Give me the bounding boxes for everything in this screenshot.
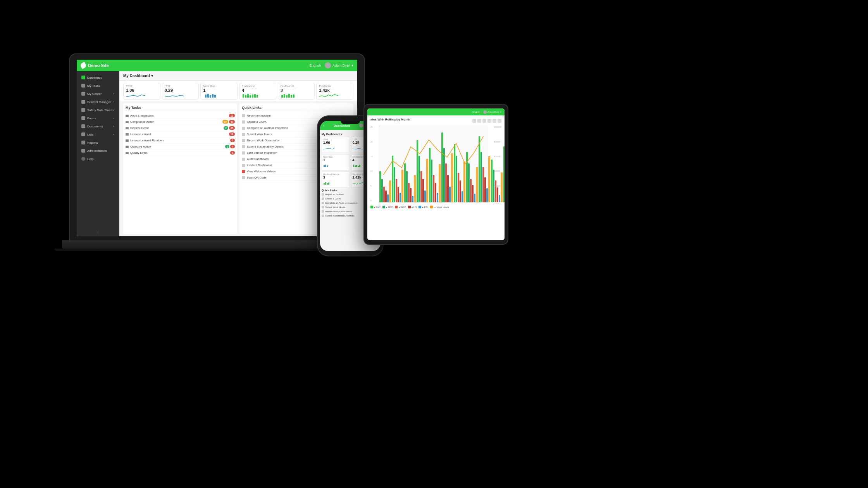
- phone-doc-icon: [322, 198, 324, 200]
- y-right-0: 0: [494, 199, 501, 202]
- language-selector[interactable]: English: [309, 64, 321, 67]
- badge-quality: 5: [230, 151, 235, 155]
- sidebar-item-administration[interactable]: Administration: [78, 147, 118, 155]
- flag-icon: [126, 133, 129, 136]
- legend-workhours: — Work Hours: [430, 206, 449, 208]
- tablet-toolbar-buttons: [472, 119, 501, 123]
- flag-icon: [126, 146, 129, 148]
- phone-doc-icon: [322, 206, 324, 208]
- chart-bar: [503, 146, 505, 202]
- task-row-quality[interactable]: Quality Event 5: [126, 150, 235, 156]
- task-row-objective[interactable]: Objective Action 2 4: [126, 144, 235, 150]
- chart-bar: [429, 148, 431, 202]
- toolbar-btn-5[interactable]: [493, 119, 496, 123]
- help-icon: [81, 157, 85, 161]
- toolbar-btn-6[interactable]: [498, 119, 501, 123]
- doc-icon: [242, 114, 245, 117]
- phone-back-button[interactable]: ‹: [323, 124, 324, 128]
- ql-text-videos: View Welcome Videos: [247, 170, 276, 173]
- doc-icon: [242, 127, 245, 130]
- ql-text-sustainability: Submit Sustainability Details: [247, 145, 284, 148]
- svg-rect-27: [325, 182, 326, 185]
- dashboard-title[interactable]: My Dashboard ▾: [123, 74, 153, 78]
- toolbar-btn-2[interactable]: [477, 119, 481, 123]
- sidebar-item-contact-manager[interactable]: Contact Manager: [78, 98, 118, 106]
- svg-rect-17: [293, 95, 294, 98]
- phone-ql-text-3: Complete an Audit or Inspection: [325, 202, 358, 204]
- stat-elec-value: 1.42k: [319, 88, 351, 93]
- chart-icon: [242, 164, 245, 167]
- ql-text-submit-hours: Submit Work Hours: [247, 132, 272, 136]
- task-row-compliance[interactable]: Compliance Action 10 47: [126, 119, 235, 125]
- task-row-lesson-learned[interactable]: Lesson Learned 18: [126, 131, 235, 137]
- ql-text-vehicle: Start Vehicle Inspection: [247, 151, 277, 155]
- svg-rect-26: [324, 183, 325, 185]
- sidebar-item-help[interactable]: Help: [78, 155, 118, 163]
- chart-bar-workhours: [389, 180, 391, 202]
- leaf-icon: [79, 62, 87, 69]
- stat-ltir: LTIR 0.29: [162, 83, 199, 100]
- chart-bar-group: [503, 146, 505, 202]
- chart-bar: [480, 152, 482, 202]
- tablet-avatar: [483, 110, 487, 114]
- sidebar-item-my-tasks[interactable]: My Tasks: [78, 82, 118, 89]
- legend-mtc-dot: [382, 206, 385, 208]
- sidebar-item-lists[interactable]: Lists: [78, 131, 118, 138]
- chart-bar: [491, 160, 493, 202]
- svg-rect-21: [353, 165, 354, 167]
- badge-compliance-2: 47: [229, 120, 235, 124]
- tablet-user-menu[interactable]: Adam Dyer ▾: [483, 110, 501, 114]
- chart-bar-workhours: [488, 156, 490, 202]
- svg-rect-18: [324, 165, 325, 167]
- toolbar-btn-1[interactable]: [472, 119, 476, 123]
- stat-onroad-label: On-Road V...: [281, 85, 312, 88]
- sidebar-item-reports[interactable]: Reports: [78, 139, 118, 146]
- chart-y-axis-right: 1000000 800000 600000 400000 200000 0: [494, 125, 501, 203]
- ql-text-record-obs: Record Work Observation: [247, 139, 280, 142]
- chart-bar: [379, 171, 381, 202]
- sidebar-item-my-career[interactable]: My Career: [78, 90, 118, 98]
- legend-fac-dot: [370, 206, 373, 208]
- admin-icon: [81, 149, 85, 153]
- task-row-audit[interactable]: Audit & Inspection 12: [126, 113, 235, 119]
- legend-lti-dot: [408, 206, 411, 208]
- task-name-quality: Quality Event: [130, 151, 229, 155]
- phone-ql-text-4: Submit Work Hours: [325, 206, 345, 208]
- quicklinks-panel-title: Quick Links: [242, 106, 351, 111]
- task-name-incident: Incident Event: [130, 126, 222, 130]
- toolbar-btn-3[interactable]: [482, 119, 486, 123]
- chart-bar-group: [479, 136, 490, 202]
- sidebar-label-administration: Administration: [87, 149, 107, 153]
- chart-bar: [437, 193, 438, 202]
- user-menu[interactable]: Adam Dyer ▾: [325, 62, 353, 69]
- task-name-objective: Objective Action: [130, 145, 224, 148]
- badge-incident-1: 2: [224, 126, 228, 130]
- chart-bar: [484, 177, 486, 202]
- sidebar-item-dashboard[interactable]: Dashboard: [78, 74, 118, 81]
- sidebar-item-safety-data[interactable]: Safety Data Sheets: [78, 106, 118, 114]
- contacts-icon: [81, 100, 85, 104]
- tablet-language-selector[interactable]: English: [472, 111, 480, 113]
- phone-ql-text-2: Create a CAPA: [325, 198, 341, 200]
- phone-ql-text-5: Record Work Observation: [325, 210, 352, 213]
- flag-icon: [126, 127, 129, 129]
- tablet-topbar: English Adam Dyer ▾: [367, 108, 505, 115]
- chart-bar: [435, 183, 436, 202]
- sidebar-label-safety-data: Safety Data Sheets: [87, 108, 114, 112]
- sidebar: Dashboard My Tasks My Career Contac: [77, 71, 119, 236]
- stat-env-value: 4: [242, 88, 274, 93]
- chart-bars-area: [379, 125, 488, 203]
- toolbar-btn-4[interactable]: [487, 119, 491, 123]
- sidebar-item-forms[interactable]: Forms: [78, 114, 118, 122]
- task-row-lesson-rundown[interactable]: Lesson Learned Rundown 1: [126, 137, 235, 144]
- svg-rect-8: [250, 95, 251, 98]
- chart-bar-workhours: [439, 164, 441, 202]
- task-row-incident[interactable]: Incident Event 2 25: [126, 125, 235, 131]
- svg-rect-7: [247, 94, 249, 98]
- tablet-chart-title: ates With Rolling by Month: [370, 118, 410, 121]
- sidebar-item-documents[interactable]: Documents: [78, 122, 118, 130]
- stat-onroad-value: 3: [281, 88, 312, 93]
- sidebar-collapse-btn[interactable]: ‹: [77, 228, 119, 236]
- chart-bar: [447, 175, 449, 202]
- chart-bar: [474, 194, 475, 202]
